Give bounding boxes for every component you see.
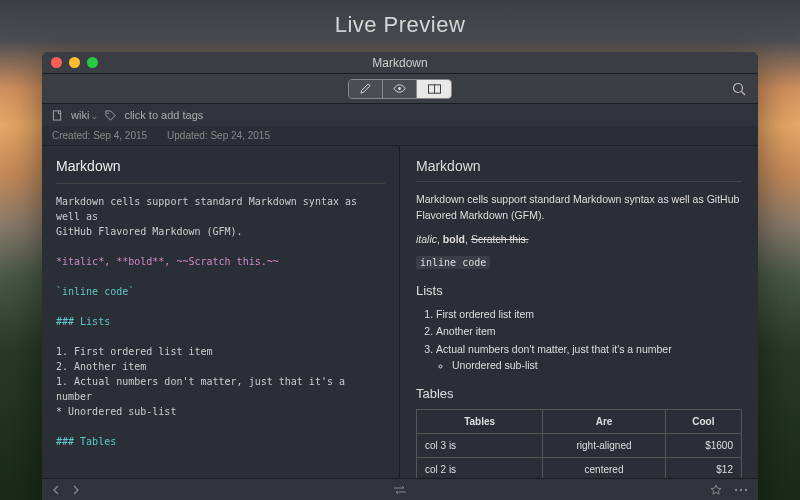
created-date: Created: Sep 4, 2015 (52, 130, 147, 141)
chevron-right-icon (72, 485, 80, 495)
preview-mode-button[interactable] (383, 80, 417, 98)
note-icon (52, 110, 63, 121)
pencil-icon (360, 83, 371, 94)
svg-rect-5 (53, 110, 60, 119)
preview-styles: italic, bold, Scratch this. (416, 232, 742, 248)
app-window: Markdown wiki ⌵ click to add tags Cre (42, 52, 758, 500)
updated-date: Updated: Sep 24, 2015 (167, 130, 270, 141)
tag-bar: wiki ⌵ click to add tags (42, 104, 758, 126)
source-styles-line: *italic*, **bold**, ~~Scratch this.~~ (56, 254, 385, 269)
table-row: col 2 iscentered$12 (417, 458, 742, 479)
preview-code: inline code (416, 255, 742, 271)
list-item: First ordered list item (436, 307, 742, 323)
source-code-line: `inline code` (56, 284, 385, 299)
source-intro: Markdown cells support standard Markdown… (56, 194, 385, 239)
banner-title: Live Preview (0, 12, 800, 38)
list-item: Another item (436, 324, 742, 340)
prev-button[interactable] (52, 485, 60, 495)
next-button[interactable] (72, 485, 80, 495)
preview-heading: Markdown (416, 156, 742, 182)
svg-point-3 (734, 83, 743, 92)
preview-table: TablesAreCool col 3 isright-aligned$1600… (416, 409, 742, 478)
meta-bar: Created: Sep 4, 2015 Updated: Sep 24, 20… (42, 126, 758, 146)
notebook-dropdown[interactable]: wiki ⌵ (71, 109, 97, 121)
source-heading: Markdown (56, 156, 385, 177)
split-icon (428, 84, 441, 94)
content-split: Markdown Markdown cells support standard… (42, 146, 758, 478)
svg-point-0 (398, 87, 401, 90)
window-title: Markdown (42, 56, 758, 70)
source-lists-head: ### Lists (56, 314, 385, 329)
add-tags-field[interactable]: click to add tags (124, 109, 203, 121)
more-icon (734, 488, 748, 492)
search-icon (732, 82, 746, 96)
eye-icon (393, 83, 406, 94)
preview-intro: Markdown cells support standard Markdown… (416, 192, 742, 224)
svg-point-6 (108, 112, 109, 113)
source-rule (56, 183, 385, 184)
list-item: Actual numbers don't matter, just that i… (436, 342, 742, 374)
star-icon (710, 484, 722, 496)
titlebar: Markdown (42, 52, 758, 74)
view-mode-segmented (348, 79, 452, 99)
split-mode-button[interactable] (417, 80, 451, 98)
edit-mode-button[interactable] (349, 80, 383, 98)
tag-icon (105, 110, 116, 121)
search-button[interactable] (732, 82, 746, 96)
preview-tables-head: Tables (416, 384, 742, 404)
chevron-down-icon: ⌵ (92, 112, 97, 121)
sync-icon (393, 485, 407, 495)
preview-pane[interactable]: Markdown Markdown cells support standard… (400, 146, 758, 478)
source-tables-head: ### Tables (56, 434, 385, 449)
list-item: Unordered sub-list (452, 358, 742, 374)
svg-point-9 (745, 488, 747, 490)
favorite-button[interactable] (710, 484, 722, 496)
source-table-text: | Tables | Are | Cool | | ------------- … (56, 464, 385, 478)
svg-point-7 (735, 488, 737, 490)
preview-ol: First ordered list item Another item Act… (436, 307, 742, 374)
sync-button[interactable] (393, 485, 407, 495)
more-button[interactable] (734, 488, 748, 492)
source-ol: 1. First ordered list item 2. Another it… (56, 344, 385, 419)
chevron-left-icon (52, 485, 60, 495)
preview-lists-head: Lists (416, 281, 742, 301)
toolbar (42, 74, 758, 104)
table-row: TablesAreCool (417, 410, 742, 434)
source-pane[interactable]: Markdown Markdown cells support standard… (42, 146, 400, 478)
statusbar (42, 478, 758, 500)
svg-point-8 (740, 488, 742, 490)
svg-line-4 (742, 91, 746, 95)
table-row: col 3 isright-aligned$1600 (417, 434, 742, 458)
